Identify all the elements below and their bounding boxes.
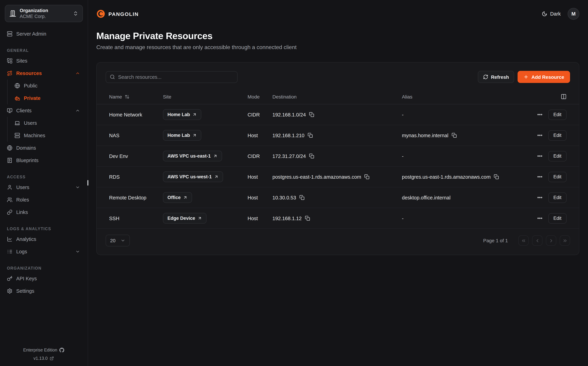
edit-button[interactable]: Edit: [548, 213, 566, 223]
row-menu-button[interactable]: [537, 215, 543, 221]
chevron-down-icon: [120, 238, 125, 243]
copy-destination-button[interactable]: [305, 216, 310, 221]
sidebar-resize-handle[interactable]: [87, 180, 88, 186]
columns-icon: [561, 94, 566, 99]
sidebar-item-label: API Keys: [16, 276, 37, 281]
column-visibility-button[interactable]: [561, 94, 566, 99]
route-icon: [7, 70, 12, 76]
arrow-up-right-icon: [192, 133, 197, 137]
section-label-organization: ORGANIZATION: [7, 266, 83, 270]
copy-destination-button[interactable]: [299, 195, 304, 200]
copy-destination-button[interactable]: [364, 174, 369, 179]
sidebar-item-blueprints[interactable]: Blueprints: [5, 154, 83, 167]
page-size-select[interactable]: 20: [106, 235, 130, 246]
site-link-button[interactable]: Office: [163, 192, 192, 203]
arrow-up-right-icon: [198, 216, 202, 221]
sidebar-item-users[interactable]: Users: [5, 181, 83, 194]
add-resource-button[interactable]: Add Resource: [518, 71, 570, 83]
pagination-bar: 20 Page 1 of 1: [97, 235, 579, 246]
globe-icon: [15, 83, 20, 89]
site-link-button[interactable]: Edge Device: [163, 213, 207, 224]
row-menu-button[interactable]: [537, 195, 543, 200]
alias-cell: mynas.home.internal: [402, 133, 448, 138]
sidebar-item-machines[interactable]: Machines: [7, 129, 83, 142]
copy-destination-button[interactable]: [309, 112, 314, 117]
edit-button[interactable]: Edit: [548, 130, 566, 140]
chevrons-right-icon: [562, 238, 567, 243]
alias-cell: -: [402, 153, 404, 159]
sidebar-item-analytics[interactable]: Analytics: [5, 233, 83, 245]
edit-button[interactable]: Edit: [548, 151, 566, 161]
resource-name-cell: RDS: [109, 174, 163, 180]
sidebar-item-logs[interactable]: Logs: [5, 245, 83, 258]
table-row: RDS AWS VPC us-west-1 Host postgres.us-e…: [97, 167, 579, 187]
brand-logo[interactable]: PANGOLIN: [96, 9, 139, 18]
chevron-left-icon: [535, 238, 540, 243]
sidebar-item-private[interactable]: Private: [7, 92, 83, 104]
laptop-icon: [15, 120, 20, 126]
row-menu-button[interactable]: [537, 174, 543, 180]
next-page-button[interactable]: [546, 235, 556, 246]
edit-button[interactable]: Edit: [548, 172, 566, 182]
site-link-button[interactable]: Home Lab: [163, 109, 201, 120]
sidebar-item-label: Domains: [16, 145, 36, 151]
chevron-down-icon: [75, 249, 80, 254]
sidebar-item-links[interactable]: Links: [5, 206, 83, 218]
last-page-button[interactable]: [560, 235, 570, 246]
sidebar-item-sites[interactable]: Sites: [5, 55, 83, 67]
sidebar-item-resources[interactable]: Resources: [5, 67, 83, 79]
site-link-button[interactable]: AWS VPC us-east-1: [163, 151, 222, 161]
mode-cell: Host: [248, 215, 272, 221]
org-label: Organization: [20, 8, 69, 14]
edit-button[interactable]: Edit: [548, 109, 566, 120]
sidebar-item-label: Machines: [24, 133, 45, 138]
sidebar-item-label: Links: [16, 209, 28, 215]
site-link-button[interactable]: Home Lab: [163, 130, 201, 141]
chevron-up-icon: [75, 108, 80, 113]
destination-cell: 192.168.1.0/24: [272, 112, 306, 117]
resource-name-cell: Home Network: [109, 112, 163, 117]
row-menu-button[interactable]: [537, 153, 543, 159]
search-box[interactable]: [106, 71, 238, 83]
alias-cell: postgres.us-east-1.rds.amazonaws.com: [402, 174, 491, 180]
prev-page-button[interactable]: [532, 235, 542, 246]
resources-card: Refresh Add Resource Name Site Mode Dest…: [96, 62, 579, 255]
org-switcher-button[interactable]: Organization ACME Corp.: [5, 5, 83, 22]
sidebar-item-domains[interactable]: Domains: [5, 142, 83, 154]
site-link-button[interactable]: AWS VPC us-west-1: [163, 171, 223, 182]
copy-alias-button[interactable]: [494, 174, 499, 179]
edit-button[interactable]: Edit: [548, 192, 566, 203]
sidebar-item-api-keys[interactable]: API Keys: [5, 272, 83, 285]
search-input[interactable]: [118, 74, 233, 80]
copy-icon: [309, 112, 314, 117]
version-line[interactable]: v1.13.0: [0, 355, 87, 361]
refresh-button[interactable]: Refresh: [478, 71, 514, 83]
column-header-name[interactable]: Name: [109, 94, 163, 99]
row-menu-button[interactable]: [537, 112, 543, 117]
section-label-logs-analytics: LOGS & ANALYTICS: [7, 227, 83, 231]
avatar[interactable]: M: [568, 8, 579, 20]
sidebar-item-clients[interactable]: Clients: [5, 104, 83, 117]
sidebar-item-public[interactable]: Public: [7, 79, 83, 92]
first-page-button[interactable]: [518, 235, 529, 246]
main-content: PANGOLIN Dark M Manage Private Resources…: [88, 0, 588, 366]
copy-destination-button[interactable]: [309, 153, 314, 159]
edition-line[interactable]: Enterprise Edition: [0, 347, 87, 353]
row-menu-button[interactable]: [537, 132, 543, 138]
alias-cell: -: [402, 215, 404, 221]
theme-toggle[interactable]: Dark: [542, 11, 561, 17]
sidebar-item-roles[interactable]: Roles: [5, 194, 83, 206]
arrow-up-right-icon: [192, 112, 197, 117]
copy-icon: [494, 174, 499, 179]
copy-icon: [309, 153, 314, 159]
sidebar-item-settings[interactable]: Settings: [5, 285, 83, 297]
chart-line-icon: [7, 236, 12, 242]
sidebar-item-client-users[interactable]: Users: [7, 117, 83, 129]
sort-icon: [125, 94, 130, 99]
sidebar-item-server-admin[interactable]: Server Admin: [5, 28, 83, 40]
sidebar-nav: Server Admin GENERAL Sites Resources: [5, 28, 83, 297]
add-resource-label: Add Resource: [531, 74, 564, 80]
copy-alias-button[interactable]: [451, 133, 457, 138]
destination-cell: 172.31.27.0/24: [272, 153, 306, 159]
copy-destination-button[interactable]: [308, 133, 313, 138]
